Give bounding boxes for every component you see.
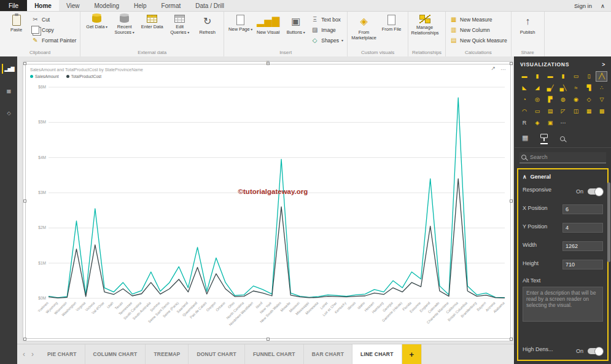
height-input[interactable] [562,260,603,269]
report-view-icon[interactable]: ▂▅▇ [2,64,15,74]
text-box-button[interactable]: ΞText box [311,15,343,23]
visual-type-arcgis-map[interactable]: ◈ [531,118,543,128]
page-tab-donut-chart[interactable]: DONUT CHART [189,344,245,364]
page-tab-bar-chart[interactable]: BAR CHART [304,344,352,364]
visual-type-stacked-column-chart[interactable]: ▮ [531,71,543,82]
paste-button[interactable]: Paste [4,14,29,33]
new-measure-button[interactable]: ▦New Measure [449,15,507,23]
x-position-input[interactable] [562,204,603,214]
refresh-button[interactable]: ↻Refresh [195,14,220,35]
from-file-button[interactable]: From File [379,14,404,32]
visual-type-r-script-visual[interactable]: R [518,118,530,128]
resize-handle[interactable] [510,338,513,341]
report-page[interactable]: ≡ ↗ … SalesAmount and TotalProductCost b… [23,62,513,341]
copy-button[interactable]: Copy [31,26,76,34]
ribbon-tab-format[interactable]: Format [154,0,189,11]
visual-type-clustered-column-chart[interactable]: ▮ [557,71,569,82]
responsive-toggle[interactable] [588,188,603,195]
visual-type-treemap[interactable]: ▛ [544,95,556,105]
visual-type-map[interactable]: ◍ [557,95,569,105]
publish-button[interactable]: ↑Publish [515,14,540,35]
resize-handle[interactable] [510,199,513,203]
ribbon-tab-home[interactable]: Home [27,0,59,11]
recent-sources-button[interactable]: Recent Sources ▾ [112,14,137,35]
visual-type-gauge[interactable]: ◠ [518,106,530,117]
image-button[interactable]: ▨Image [311,26,343,34]
visual-type-multi-row-card[interactable]: ▤ [544,106,556,117]
more-options-icon[interactable]: … [500,65,506,71]
page-tab-funnel-chart[interactable]: FUNNEL CHART [245,344,304,364]
resize-handle[interactable] [510,62,513,65]
new-page-tab-button[interactable]: + [402,344,422,364]
resize-handle[interactable] [23,338,26,341]
ribbon-tab-view[interactable]: View [59,0,87,11]
resize-handle[interactable] [23,62,26,65]
collapse-pane-icon[interactable]: > [602,61,605,68]
new-page-button[interactable]: New Page ▾ [228,14,253,32]
visual-type-funnel-chart[interactable]: ▽ [596,95,607,105]
visual-type-filled-map[interactable]: ◉ [570,95,582,105]
page-tab-line-chart[interactable]: LINE CHART [352,344,402,364]
manage-relationships-button[interactable]: Manage Relationships [412,14,437,36]
new-visual-button[interactable]: ▂▅▇New Visual [255,14,281,35]
ribbon-tab-modeling[interactable]: Modeling [87,0,126,11]
visual-type-pie-chart[interactable]: ◔ [518,95,530,105]
visual-type-more-visuals[interactable]: ⋯ [557,118,569,128]
high-dens-toggle[interactable] [588,348,603,354]
format-painter-button[interactable]: ✎Format Painter [31,36,76,44]
alt-text-input[interactable] [523,287,603,322]
ribbon-tab-file[interactable]: File [0,0,27,11]
visual-type-slicer[interactable]: ◫ [570,106,582,117]
sign-in-link[interactable]: Sign in [574,2,592,9]
visual-type-kpi[interactable]: ◸ [557,106,569,117]
visual-type-line-chart[interactable]: ╱╲ [596,71,607,82]
y-position-input[interactable] [562,223,603,233]
visual-type-area-chart[interactable]: ◣ [518,83,530,93]
focus-mode-icon[interactable]: ↗ [491,65,496,71]
new-column-button[interactable]: ▥New Column [449,26,507,34]
collapse-ribbon-icon[interactable]: ∧ [601,2,605,9]
visual-type-100-stacked-column-chart[interactable]: ▯ [583,71,594,82]
shapes-button[interactable]: ◇Shapes▾ [311,36,343,44]
visual-type-clustered-bar-chart[interactable]: ▬ [544,71,556,82]
cut-button[interactable]: ✂Cut [31,15,76,23]
visual-type-stacked-area-chart[interactable]: ◢ [531,83,543,93]
resize-handle[interactable] [23,199,26,203]
model-view-icon[interactable]: ◇ [2,108,15,118]
pane-scrollbar[interactable] [607,182,610,262]
analytics-tab[interactable] [560,134,565,144]
ribbon-tab-help[interactable]: Help [126,0,154,11]
format-tab[interactable] [540,134,548,144]
resize-handle[interactable] [267,338,270,341]
visual-type-line-and-stacked-column-chart[interactable]: ▄╱ [544,83,556,93]
enter-data-button[interactable]: Enter Data [139,14,165,29]
visual-type-card[interactable]: ▭ [531,106,543,117]
visual-type-100-stacked-bar-chart[interactable]: ▭ [570,71,582,82]
drag-grip-icon[interactable]: ≡ [267,59,270,66]
width-input[interactable] [562,241,603,251]
ribbon-tab-data-drill[interactable]: Data / Drill [188,0,232,11]
next-page-arrow[interactable]: › [28,344,37,364]
page-tab-pie-chart[interactable]: PIE CHART [39,344,85,364]
new-quick-measure-button[interactable]: ▤New Quick Measure [449,36,507,44]
get-data-button[interactable]: Get Data ▾ [84,14,109,29]
visual-type-matrix[interactable]: ▩ [596,106,607,117]
search-box[interactable] [520,152,606,163]
visual-type-line-and-clustered-column-chart[interactable]: ▄╲ [557,83,569,93]
page-tab-treemap[interactable]: TREEMAP [146,344,189,364]
edit-queries-button[interactable]: Edit Queries ▾ [167,14,192,35]
page-tab-column-chart[interactable]: COLUMN CHART [85,344,146,364]
from-marketplace-button[interactable]: ◈From Marketplace [351,14,376,41]
visual-type-waterfall-chart[interactable]: ▜ [583,83,594,93]
data-view-icon[interactable]: ▦ [2,86,15,96]
visual-type-custom-visual[interactable]: ▣ [544,118,556,128]
visual-type-shape-map[interactable]: ◇ [583,95,594,105]
buttons-button[interactable]: ▣Buttons ▾ [283,14,308,35]
search-input[interactable] [530,154,604,160]
prev-page-arrow[interactable]: ‹ [20,344,28,364]
visual-type-donut-chart[interactable]: ◎ [531,95,543,105]
visual-type-scatter-chart[interactable]: ∴ [596,83,607,93]
visual-type-ribbon-chart[interactable]: ≈ [570,83,582,93]
visual-type-stacked-bar-chart[interactable]: ▬ [518,71,530,82]
fields-tab[interactable]: ▦ [522,134,528,144]
